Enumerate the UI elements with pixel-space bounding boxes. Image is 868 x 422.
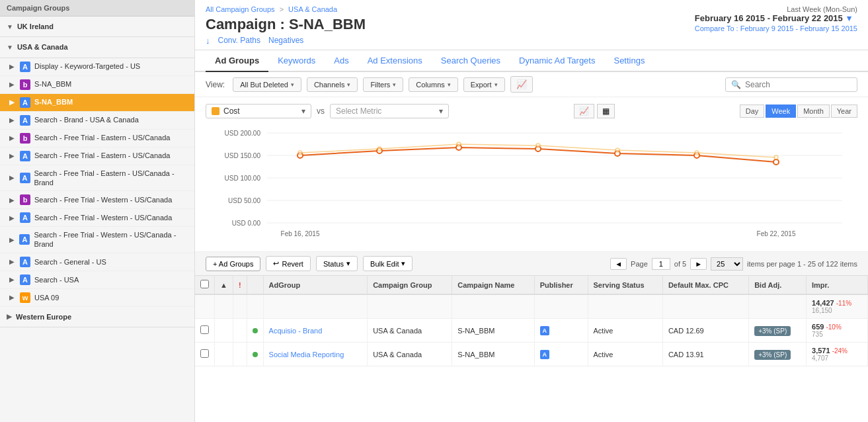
time-btn-year[interactable]: Year [831,105,857,118]
ad-group-link[interactable]: Acquisio - Brand [269,327,323,335]
table-row: Social Media Reporting USA & Canada S-NA… [195,343,868,366]
page-of-text: of 5 [674,260,686,268]
prev-page-btn[interactable]: ◄ [610,258,627,270]
select-all-checkbox[interactable] [200,280,209,288]
expand-icon: ▶ [9,81,17,88]
view-label: View: [206,80,225,89]
bid-adj-header[interactable]: Bid Adj. [749,276,807,294]
sidebar-item-search-usa[interactable]: ▶ A Search - USA [0,271,194,289]
summary-impr-prev: 16,150 [812,307,862,314]
campaign-icon-a: A [20,62,30,72]
sidebar-item-free-trial-eastern-2[interactable]: ▶ A Search - Free Trial - Eastern - US/C… [0,148,194,165]
time-period-btns: Day Week Month Year [740,105,857,118]
expand-icon: ▶ [9,196,17,204]
time-btn-month[interactable]: Month [797,105,830,118]
tab-keywords[interactable]: Keywords [268,50,325,72]
metric2-placeholder: Select Metric [336,106,381,116]
sidebar-item-usa-09[interactable]: ▶ w USA 09 [0,289,194,307]
pagination: ◄ Page of 5 ► 25 50 100 items per page 1… [610,257,857,271]
columns-dropdown[interactable]: Columns ▾ [409,77,457,92]
svg-text:USD 50.00: USD 50.00 [228,197,260,204]
channels-dropdown[interactable]: Channels ▾ [307,77,358,92]
data-table: ▲ ! AdGroup Campaign Group Campaign Name… [195,276,868,366]
filters-dropdown[interactable]: Filters ▾ [363,77,403,92]
sidebar-item-label: Western Europe [16,312,71,321]
chart-point [377,147,381,151]
sidebar-item-search-general-us[interactable]: ▶ A Search - General - US [0,253,194,271]
view-dropdown[interactable]: All But Deleted ▾ [233,77,301,92]
sidebar-item-search-brand[interactable]: ▶ A Search - Brand - USA & Canada [0,112,194,130]
per-page-select[interactable]: 25 50 100 [711,257,743,271]
tab-ad-groups[interactable]: Ad Groups [206,50,268,72]
chart-toggle-btn[interactable]: 📈 [510,76,533,93]
next-page-btn[interactable]: ► [690,258,707,270]
sidebar-item-usa-canada[interactable]: ▼ USA & Canada [0,37,194,58]
select-all-header[interactable] [195,276,215,294]
publisher-header[interactable]: Publisher [534,276,588,294]
sort-asc-header[interactable]: ▲ [215,276,233,294]
campaign-icon-b: b [20,133,30,144]
toolbar-search[interactable]: 🔍 [725,77,857,92]
time-btn-day[interactable]: Day [740,105,765,118]
conv-paths-link[interactable]: Conv. Paths [218,36,260,46]
sidebar-item-s-na-bbm-1[interactable]: ▶ b S-NA_BBM [0,76,194,94]
sidebar-item-western-europe[interactable]: ▶ Western Europe [0,307,194,327]
chart-point [536,144,540,148]
bar-chart-btn[interactable]: ▦ [597,104,615,118]
expand-icon: ▼ [7,23,13,30]
metric2-select[interactable]: Select Metric ▾ [330,104,449,118]
page-title: Campaign : S-NA_BBM [206,16,366,33]
breadcrumb-current[interactable]: USA & Canada [288,5,337,13]
tab-settings[interactable]: Settings [604,50,654,72]
row-checkbox[interactable] [200,325,209,334]
search-input[interactable] [745,80,851,89]
row-checkbox[interactable] [200,349,209,358]
metric1-select[interactable]: Cost ▾ [206,104,311,118]
date-dropdown-icon[interactable]: ▾ [847,13,851,23]
max-cpc-header[interactable]: Default Max. CPC [662,276,748,294]
campaign-icon-b: b [20,194,30,205]
page-number-input[interactable] [652,258,670,270]
expand-icon: ▶ [9,99,17,106]
negatives-link[interactable]: Negatives [268,36,303,46]
tab-dynamic-ad-targets[interactable]: Dynamic Ad Targets [510,50,604,72]
sidebar-item-free-trial-western-2[interactable]: ▶ A Search - Free Trial - Western - US/C… [0,209,194,227]
status-dropdown-btn[interactable]: Status ▾ [316,256,358,271]
line-chart-btn[interactable]: 📈 [574,104,594,118]
tab-ad-extensions[interactable]: Ad Extensions [358,50,432,72]
sidebar-item-label: Search - Free Trial - Eastern - US/Canad… [34,133,170,142]
sidebar-item-free-trial-eastern-brand[interactable]: ▶ A Search - Free Trial - Eastern - US/C… [0,165,194,192]
sidebar-item-s-na-bbm-active[interactable]: ▶ A S-NA_BBM [0,94,194,112]
chart-point [695,151,699,155]
tab-search-queries[interactable]: Search Queries [432,50,510,72]
sidebar-item-free-trial-eastern-1[interactable]: ▶ b Search - Free Trial - Eastern - US/C… [0,130,194,148]
chart-point [615,148,619,152]
revert-btn[interactable]: ↩ Revert [266,256,310,271]
date-range[interactable]: February 16 2015 - February 22 2015 ▾ [695,13,857,23]
serving-status-header[interactable]: Serving Status [588,276,662,294]
campaign-icon-a: A [20,274,30,285]
dropdown-arrow-icon: ▾ [393,81,396,88]
sidebar-item-label: Search - Free Trial - Eastern - US/Canad… [34,151,170,160]
toolbar: View: All But Deleted ▾ Channels ▾ Filte… [195,72,868,97]
sidebar-item-label: Search - Brand - USA & Canada [34,115,139,124]
expand-icon: ▶ [9,294,17,301]
sidebar-item-uk-ireland[interactable]: ▼ UK Ireland [0,17,194,37]
time-btn-week[interactable]: Week [766,105,796,118]
sidebar-item-display-keyword[interactable]: ▶ A Display - Keyword-Targeted - US [0,58,194,76]
impr-header[interactable]: Impr. [807,276,868,294]
tab-ads[interactable]: Ads [325,50,358,72]
bulk-edit-dropdown-btn[interactable]: Bulk Edit ▾ [363,256,413,271]
add-ad-groups-btn[interactable]: + Ad Groups [206,257,260,271]
campaign-name-header[interactable]: Campaign Name [452,276,534,294]
ad-group-header[interactable]: AdGroup [263,276,368,294]
campaign-group-header[interactable]: Campaign Group [368,276,452,294]
ad-group-link[interactable]: Social Media Reporting [269,351,344,359]
sidebar-item-free-trial-western-brand[interactable]: ▶ A Search - Free Trial - Western - US/C… [0,227,194,253]
serving-status-cell: Active [588,319,662,343]
sidebar-item-free-trial-western-1[interactable]: ▶ b Search - Free Trial - Western - US/C… [0,191,194,209]
table-area: + Ad Groups ↩ Revert Status ▾ Bulk Edit … [195,252,868,422]
breadcrumb-parent[interactable]: All Campaign Groups [206,5,275,13]
export-dropdown[interactable]: Export ▾ [463,77,505,92]
sidebar-item-label: S-NA_BBM [34,97,73,106]
